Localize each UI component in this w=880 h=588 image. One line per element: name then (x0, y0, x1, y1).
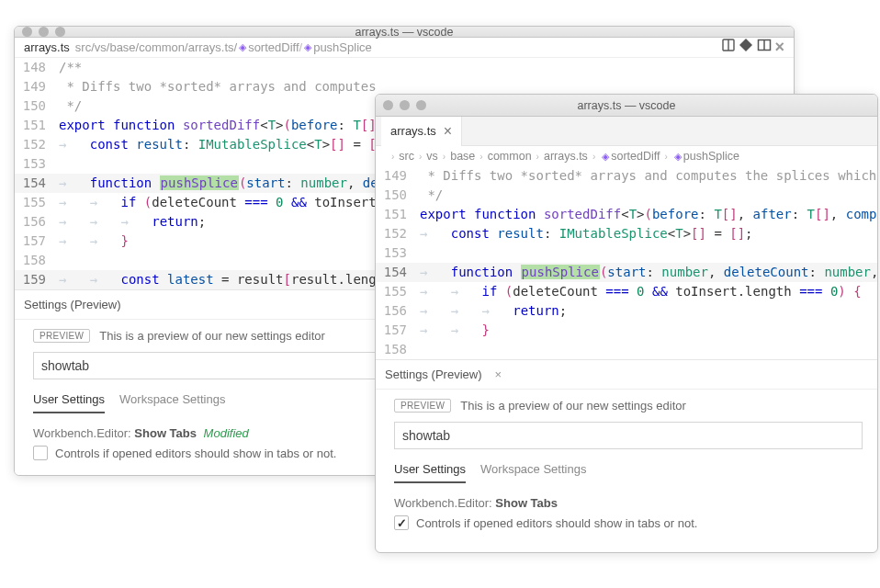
tab-workspace-settings[interactable]: Workspace Settings (119, 389, 225, 413)
code-content[interactable]: export function sortedDiff<T>(before: T[… (420, 205, 877, 224)
code-line[interactable]: 148/** (15, 58, 794, 77)
line-number: 155 (376, 282, 420, 301)
code-line[interactable]: 152→ const result: IMutableSplice<T>[] =… (376, 224, 877, 243)
chevron-right-icon: › (664, 152, 667, 162)
editor-tabbar-notabs: arrays.ts src/vs/base/common/arrays.ts/ … (15, 38, 794, 58)
line-number: 153 (15, 154, 59, 174)
code-line[interactable]: 149 * Diffs two *sorted* arrays and comp… (376, 166, 877, 186)
chevron-right-icon: › (592, 152, 595, 162)
code-content[interactable]: → → } (420, 321, 877, 340)
active-filename: arrays.ts (24, 40, 70, 54)
chevron-right-icon: › (479, 152, 482, 162)
breadcrumb-symbol[interactable]: pushSplice (313, 40, 372, 54)
close-settings-icon[interactable]: × (494, 368, 502, 381)
code-content[interactable]: */ (420, 186, 877, 205)
line-number: 151 (376, 205, 420, 224)
split-editor-icon[interactable] (757, 41, 775, 55)
code-line[interactable]: 157→ → } (376, 321, 877, 340)
symbol-icon: ◈ (304, 41, 311, 53)
source-control-icon[interactable] (739, 41, 757, 55)
tab-workspace-settings[interactable]: Workspace Settings (480, 458, 586, 483)
titlebar[interactable]: arrays.ts — vscode (376, 95, 877, 117)
window-title: arrays.ts — vscode (376, 99, 877, 112)
line-number: 150 (376, 186, 420, 205)
line-number: 159 (15, 270, 59, 289)
line-number: 150 (15, 96, 59, 116)
line-number: 158 (376, 340, 420, 359)
setting-description: Controls if opened editors should show i… (416, 516, 697, 530)
code-content[interactable]: → function pushSplice(start: number, del… (420, 263, 877, 282)
tab-user-settings[interactable]: User Settings (33, 389, 105, 413)
line-number: 156 (15, 212, 59, 232)
code-line[interactable]: 151export function sortedDiff<T>(before:… (376, 205, 877, 224)
line-number: 149 (376, 166, 420, 186)
code-content[interactable] (420, 243, 877, 263)
code-content[interactable]: /** (59, 58, 794, 77)
code-line[interactable]: 150 */ (376, 186, 877, 205)
line-number: 157 (376, 321, 420, 340)
modified-indicator: Modified (204, 426, 249, 440)
code-content[interactable]: → → → return; (420, 301, 877, 321)
line-number: 154 (15, 174, 59, 193)
settings-title: Settings (Preview) (385, 368, 481, 381)
show-tabs-checkbox[interactable] (33, 446, 48, 460)
preview-badge: PREVIEW (33, 329, 90, 343)
line-number: 152 (15, 135, 59, 154)
line-number: 154 (376, 263, 420, 282)
chevron-right-icon: › (536, 152, 539, 162)
breadcrumb-symbol[interactable]: sortedDiff (248, 40, 299, 54)
code-content[interactable]: * Diffs two *sorted* arrays and computes… (420, 166, 877, 186)
code-line[interactable]: 153 (376, 243, 877, 263)
line-number: 148 (15, 58, 59, 77)
breadcrumb[interactable]: › src › vs › base › common › arrays.ts ›… (376, 146, 877, 166)
setting-item-title: Workbench.Editor: Show Tabs (394, 496, 863, 510)
line-number: 153 (376, 243, 420, 263)
preview-text: This is a preview of our new settings ed… (99, 329, 325, 343)
line-number: 156 (376, 301, 420, 321)
window-front: arrays.ts — vscode arrays.ts × › src › v… (375, 94, 878, 553)
line-number: 155 (15, 193, 59, 212)
close-icon[interactable]: × (774, 38, 784, 56)
chevron-right-icon: › (391, 152, 394, 162)
line-number: 149 (15, 77, 59, 96)
diff-icon[interactable] (721, 41, 739, 55)
code-line[interactable]: 154→ function pushSplice(start: number, … (376, 263, 877, 282)
editor-tabbar: arrays.ts × (376, 117, 877, 146)
show-tabs-checkbox[interactable] (394, 515, 409, 530)
code-content[interactable] (420, 340, 877, 359)
close-tab-icon[interactable]: × (444, 124, 452, 139)
line-number: 158 (15, 251, 59, 270)
tab-user-settings[interactable]: User Settings (394, 458, 466, 483)
chevron-right-icon: › (443, 152, 446, 162)
code-editor[interactable]: 149 * Diffs two *sorted* arrays and comp… (376, 166, 877, 359)
symbol-icon: ◈ (674, 151, 682, 163)
window-title: arrays.ts — vscode (15, 26, 794, 39)
code-line[interactable]: 155→ → if (deleteCount === 0 && toInsert… (376, 282, 877, 301)
preview-badge: PREVIEW (394, 399, 451, 413)
chevron-right-icon: › (419, 152, 422, 162)
symbol-icon: ◈ (602, 151, 609, 163)
setting-description: Controls if opened editors should show i… (55, 447, 336, 460)
settings-panel: Settings (Preview) × PREVIEW This is a p… (376, 359, 877, 545)
editor-tab[interactable]: arrays.ts × (381, 117, 462, 146)
settings-title: Settings (Preview) (24, 298, 120, 311)
line-number: 151 (15, 116, 59, 135)
settings-search-input[interactable]: showtab (394, 422, 863, 449)
titlebar[interactable]: arrays.ts — vscode (15, 27, 794, 38)
line-number: 152 (376, 224, 420, 243)
tab-label: arrays.ts (390, 124, 436, 138)
code-content[interactable]: → → if (deleteCount === 0 && toInsert.le… (420, 282, 877, 301)
settings-header: Settings (Preview) × (376, 360, 877, 390)
breadcrumb-path[interactable]: src/vs/base/common/arrays.ts/ (75, 40, 237, 54)
code-line[interactable]: 158 (376, 340, 877, 359)
symbol-icon: ◈ (239, 41, 246, 53)
code-line[interactable]: 156→ → → return; (376, 301, 877, 321)
preview-text: This is a preview of our new settings ed… (460, 399, 686, 413)
code-content[interactable]: → const result: IMutableSplice<T>[] = []… (420, 224, 877, 243)
line-number: 157 (15, 232, 59, 251)
